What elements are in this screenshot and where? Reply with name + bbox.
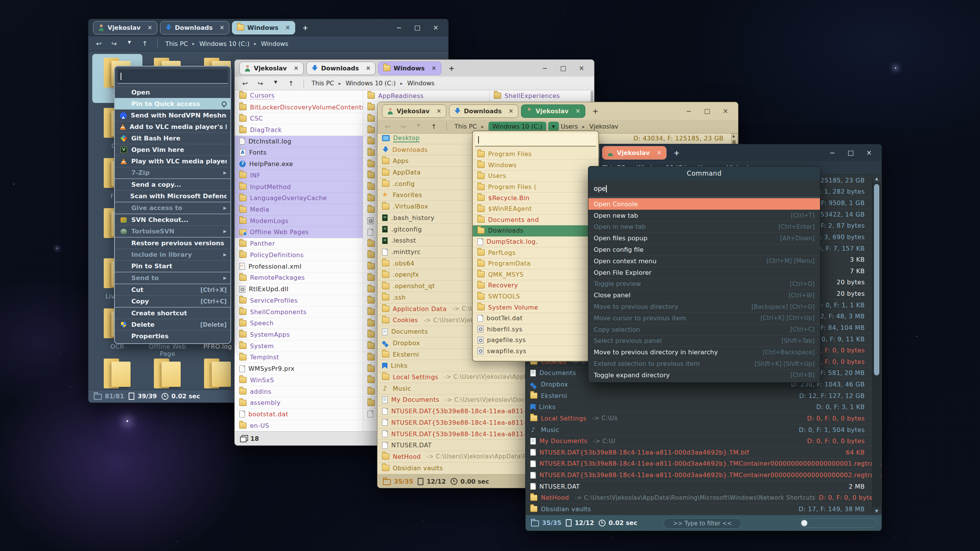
file-row[interactable]: LanguageOverlayCache: [235, 192, 363, 204]
file-row[interactable]: NTUSER.DAT 2 MB: [526, 481, 882, 492]
file-row[interactable]: Fonts: [235, 147, 363, 159]
file-row[interactable]: ShellComponents: [235, 306, 363, 318]
context-menu-item[interactable]: Create shortcut: [115, 307, 230, 319]
dropdown-item[interactable]: pagefile.sys: [473, 335, 598, 346]
file-row[interactable]: en-US: [235, 420, 363, 432]
command-item[interactable]: Toggle expand directory [Ctrl+B]: [588, 369, 820, 381]
file-row[interactable]: My Documents -> C:\U D: 0, F: 0, 0 bytes: [526, 435, 882, 447]
command-item[interactable]: Open new tab [Ctrl+T]: [588, 210, 820, 221]
window-button[interactable]: −: [395, 24, 403, 31]
window-button[interactable]: −: [541, 64, 549, 72]
context-menu-item[interactable]: Copy [Ctrl+C]: [115, 295, 230, 307]
file-row[interactable]: NTUSER.DAT{53b39e88-18c4-11ea-a811-000d3…: [526, 458, 882, 470]
window-button[interactable]: □: [559, 64, 567, 72]
context-menu-item[interactable]: Pin to Quick access: [115, 98, 230, 109]
context-menu-item[interactable]: Send to ▶: [115, 272, 230, 284]
dropdown-filter-input[interactable]: [475, 134, 596, 147]
context-menu-item[interactable]: Open Vim here: [115, 144, 230, 155]
context-menu-item[interactable]: Scan with Microsoft Defender...: [115, 190, 230, 202]
file-row[interactable]: Eksterni D: 12, F: 127, 12 GB: [526, 390, 882, 402]
tab-close-icon[interactable]: [508, 108, 513, 114]
window-button[interactable]: −: [684, 107, 693, 115]
dropdown-item[interactable]: Windows: [473, 160, 598, 171]
tab[interactable]: Vjekoslav: [382, 104, 446, 118]
file-row[interactable]: ModemLogs: [235, 215, 363, 227]
window-button[interactable]: □: [703, 107, 711, 115]
context-menu-item[interactable]: Include in library ▶: [115, 249, 230, 260]
command-item[interactable]: Open in new tab [Ctrl+Enter]: [588, 221, 820, 233]
context-menu-item[interactable]: SVN Checkout...: [115, 214, 230, 225]
context-menu-item[interactable]: Pin to Start: [115, 260, 230, 272]
file-row[interactable]: TempInst: [235, 352, 363, 364]
nav-button[interactable]: ↑: [140, 40, 150, 47]
window-button[interactable]: ×: [431, 24, 440, 31]
tab-close-icon[interactable]: [147, 24, 152, 31]
file-row[interactable]: DtcInstall.log: [235, 136, 363, 147]
file-row[interactable]: NetHood -> C:\Users\Vjekoslav\AppData\Ro…: [526, 492, 882, 504]
file-row[interactable]: BitLockerDiscoveryVolumeContents: [235, 102, 363, 113]
tab[interactable]: Downloads: [160, 21, 229, 34]
new-tab-button[interactable]: +: [444, 64, 459, 72]
dropdown-item[interactable]: hiberfil.sys: [473, 324, 598, 335]
breadcrumb-item[interactable]: Windows: [396, 80, 434, 87]
command-item[interactable]: Extend selection to previous item [Shift…: [588, 358, 820, 369]
new-tab-button[interactable]: +: [669, 149, 684, 157]
breadcrumb-item[interactable]: This PC: [165, 40, 188, 47]
tab[interactable]: Downloads: [306, 62, 376, 75]
scroll-down-arrow-icon[interactable]: ▼: [872, 507, 881, 515]
dropdown-item[interactable]: Downloads: [473, 225, 598, 236]
window-button[interactable]: −: [828, 149, 836, 156]
file-row[interactable]: Obsidian vaults D: 17, F: 149, 38 MB: [526, 504, 882, 515]
file-row[interactable]: Media: [235, 204, 363, 215]
nav-button[interactable]: ▼: [271, 80, 281, 87]
context-menu-filter-input[interactable]: [118, 69, 228, 84]
file-row[interactable]: assembly: [235, 397, 363, 409]
context-menu-item[interactable]: Properties: [115, 330, 230, 342]
file-row[interactable]: PolicyDefinitions: [235, 249, 363, 261]
breadcrumb-item[interactable]: Windows 10 (C:): [477, 122, 546, 131]
file-row[interactable]: NTUSER.DAT{53b39e88-18c4-11ea-a811-000d3…: [526, 469, 882, 481]
tab[interactable]: Windows: [232, 21, 295, 34]
window-button[interactable]: □: [413, 24, 421, 31]
dropdown-item[interactable]: Recovery: [473, 280, 598, 291]
window-button[interactable]: ×: [577, 64, 586, 72]
context-menu-item[interactable]: TortoiseSVN ▶: [115, 225, 230, 237]
command-item[interactable]: Open config file: [588, 244, 820, 255]
command-item[interactable]: Select previous panel [Shift+Tab]: [588, 335, 820, 347]
nav-button[interactable]: ↪: [255, 80, 265, 87]
command-input[interactable]: ope: [588, 180, 820, 197]
context-menu-item[interactable]: Cut [Ctrl+X]: [115, 284, 230, 295]
file-row[interactable]: WinSxS: [235, 375, 363, 386]
breadcrumb-item[interactable]: This PC: [454, 123, 477, 130]
nav-button[interactable]: ↩: [240, 80, 250, 87]
context-menu-item[interactable]: Send a copy...: [115, 178, 230, 190]
command-item[interactable]: Open context menu [Ctrl+M] [Menu]: [588, 255, 820, 267]
scrollbar-thumb[interactable]: [874, 184, 879, 375]
file-row[interactable]: InputMethod: [235, 181, 363, 193]
file-row[interactable]: RemotePackages: [235, 272, 363, 284]
file-row[interactable]: Cursors: [235, 90, 363, 102]
file-row[interactable]: bootstat.dat: [235, 409, 363, 420]
dropdown-item[interactable]: Users: [473, 171, 598, 182]
dropdown-item[interactable]: $Recycle.Bin: [473, 192, 598, 204]
tab-close-icon[interactable]: [436, 108, 441, 114]
tab-close-icon[interactable]: [285, 24, 290, 31]
new-tab-button[interactable]: +: [298, 24, 313, 32]
command-item[interactable]: Open Console: [588, 198, 820, 210]
breadcrumb-item[interactable]: Windows: [250, 40, 288, 47]
command-item[interactable]: Open File Explorer: [588, 267, 820, 278]
tab-close-icon[interactable]: [219, 24, 224, 31]
file-row[interactable]: System: [235, 341, 363, 352]
window-button[interactable]: ×: [865, 149, 873, 156]
new-tab-button[interactable]: +: [588, 107, 603, 115]
context-menu-item[interactable]: Play with VLC media player: [115, 155, 230, 167]
tab[interactable]: Vjekoslav: [602, 146, 666, 160]
file-row[interactable]: CSC: [235, 113, 363, 124]
breadcrumb-item[interactable]: Windows 10 (C:): [188, 40, 250, 47]
tab[interactable]: Vjekoslav: [93, 21, 157, 34]
nav-button[interactable]: ↩: [383, 123, 393, 130]
context-menu-item[interactable]: Add to VLC media player's Playlist: [115, 121, 230, 132]
dropdown-item[interactable]: Documents and: [473, 215, 598, 226]
tab[interactable]: Vjekoslav: [521, 104, 585, 118]
file-row[interactable]: Panther: [235, 238, 363, 249]
